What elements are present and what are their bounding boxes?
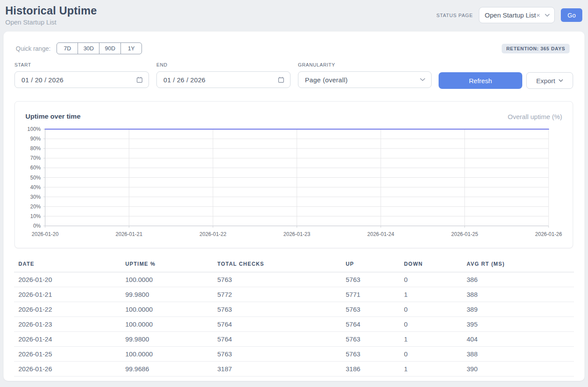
main-card: Quick range: 7D30D90D1Y RETENTION: 365 D…	[4, 32, 584, 381]
table-cell: 3187	[213, 362, 341, 376]
table-cell: 1	[400, 362, 462, 376]
export-button[interactable]: Export	[526, 72, 573, 89]
table-cell: 404	[462, 332, 574, 347]
table-cell: 99.9686	[121, 362, 213, 376]
end-date-input[interactable]: 01 / 26 / 2026	[156, 71, 290, 88]
table-cell: 2026-01-24	[14, 332, 121, 347]
svg-text:2026-01-22: 2026-01-22	[199, 231, 227, 237]
table-cell: 390	[462, 362, 574, 376]
status-page-select[interactable]: Open Startup List ×	[479, 7, 555, 23]
chart-title: Uptime over time	[25, 113, 81, 120]
table-cell: 388	[462, 347, 574, 362]
uptime-chart-card: Uptime over time Overall uptime (%) 0%10…	[14, 101, 573, 248]
column-header: TOTAL CHECKS	[213, 258, 341, 272]
table-cell: 0	[400, 302, 462, 317]
column-header: UP	[341, 258, 400, 272]
start-date-value: 01 / 20 / 2026	[21, 76, 64, 84]
table-row: 2026-01-23100.0000576457640395	[14, 317, 574, 332]
table-cell: 5764	[213, 332, 341, 347]
table-cell: 5771	[341, 287, 400, 302]
table-cell: 2026-01-22	[14, 302, 121, 317]
svg-text:2026-01-23: 2026-01-23	[283, 231, 311, 237]
svg-text:2026-01-20: 2026-01-20	[32, 231, 59, 237]
svg-text:2026-01-26: 2026-01-26	[535, 231, 562, 237]
uptime-table-head-row: DATEUPTIME %TOTAL CHECKSUPDOWNAVG RT (MS…	[14, 258, 574, 272]
svg-text:90%: 90%	[30, 136, 41, 142]
export-button-label: Export	[536, 77, 555, 84]
table-cell: 2026-01-20	[14, 272, 121, 287]
table-cell: 5763	[213, 302, 341, 317]
table-cell: 0	[400, 317, 462, 332]
go-button[interactable]: Go	[561, 8, 582, 22]
table-cell: 100.0000	[121, 317, 213, 332]
svg-text:2026-01-21: 2026-01-21	[116, 231, 143, 237]
uptime-chart-svg: 0%10%20%30%40%50%60%70%80%90%100%2026-01…	[25, 127, 563, 239]
retention-badge: RETENTION: 365 DAYS	[502, 44, 570, 53]
table-cell: 5772	[213, 287, 341, 302]
granularity-select[interactable]: Page (overall)	[298, 71, 432, 88]
table-cell: 1	[400, 287, 462, 302]
page-title: Historical Uptime	[5, 4, 97, 17]
table-cell: 2026-01-25	[14, 347, 121, 362]
table-cell: 388	[462, 287, 574, 302]
chevron-down-icon	[559, 79, 563, 82]
svg-text:60%: 60%	[30, 165, 41, 171]
svg-text:20%: 20%	[30, 204, 41, 210]
quick-range-30d[interactable]: 30D	[78, 42, 99, 54]
uptime-table: DATEUPTIME %TOTAL CHECKSUPDOWNAVG RT (MS…	[14, 258, 574, 376]
end-date-value: 01 / 26 / 2026	[163, 76, 205, 84]
quick-range-label: Quick range:	[16, 45, 50, 52]
svg-text:10%: 10%	[30, 213, 41, 219]
svg-text:50%: 50%	[30, 175, 41, 181]
table-row: 2026-01-2699.9686318731861390	[14, 362, 574, 376]
table-cell: 389	[462, 302, 574, 317]
quick-range-90d[interactable]: 90D	[99, 42, 121, 54]
chevron-down-icon	[545, 14, 550, 17]
table-cell: 5763	[213, 347, 341, 362]
start-date-input[interactable]: 01 / 20 / 2026	[14, 71, 149, 88]
chevron-down-icon	[420, 78, 425, 81]
table-cell: 5764	[213, 317, 341, 332]
table-cell: 0	[400, 347, 462, 362]
chart-legend: Overall uptime (%)	[508, 113, 562, 120]
table-cell: 100.0000	[121, 272, 213, 287]
calendar-icon[interactable]	[136, 77, 143, 83]
quick-range-1y[interactable]: 1Y	[120, 42, 142, 54]
table-cell: 100.0000	[121, 347, 213, 362]
table-cell: 99.9800	[121, 287, 213, 302]
quick-range-row: Quick range: 7D30D90D1Y	[16, 42, 142, 54]
clear-icon[interactable]: ×	[536, 11, 540, 19]
table-cell: 0	[400, 272, 462, 287]
start-date-group: START 01 / 20 / 2026	[14, 62, 149, 88]
status-page-selected-value: Open Startup List	[485, 11, 536, 19]
calendar-icon[interactable]	[278, 77, 284, 83]
granularity-value: Page (overall)	[305, 76, 348, 84]
table-row: 2026-01-2499.9800576457631404	[14, 332, 574, 347]
table-cell: 2026-01-21	[14, 287, 121, 302]
page-header: Historical Uptime Open Startup List	[5, 4, 97, 26]
page-subtitle: Open Startup List	[5, 18, 97, 26]
status-page-label: STATUS PAGE	[436, 13, 473, 18]
table-cell: 3186	[341, 362, 400, 376]
table-cell: 5763	[341, 272, 400, 287]
table-cell: 100.0000	[121, 302, 213, 317]
uptime-table-body: 2026-01-20100.00005763576303862026-01-21…	[14, 272, 574, 376]
table-row: 2026-01-2199.9800577257711388	[14, 287, 574, 302]
table-row: 2026-01-20100.0000576357630386	[14, 272, 574, 287]
table-cell: 5763	[341, 302, 400, 317]
table-row: 2026-01-25100.0000576357630388	[14, 347, 574, 362]
column-header: AVG RT (MS)	[462, 258, 574, 272]
table-row: 2026-01-22100.0000576357630389	[14, 302, 574, 317]
table-cell: 2026-01-23	[14, 317, 121, 332]
refresh-button[interactable]: Refresh	[439, 72, 522, 89]
table-cell: 395	[462, 317, 574, 332]
quick-range-group: 7D30D90D1Y	[57, 42, 142, 54]
table-cell: 386	[462, 272, 574, 287]
column-header: DATE	[14, 258, 121, 272]
table-cell: 5764	[341, 317, 400, 332]
header-right: STATUS PAGE Open Startup List × Go	[436, 7, 582, 23]
quick-range-7d[interactable]: 7D	[57, 42, 78, 54]
column-header: DOWN	[400, 258, 462, 272]
svg-text:0%: 0%	[33, 223, 41, 229]
table-cell: 1	[400, 332, 462, 347]
